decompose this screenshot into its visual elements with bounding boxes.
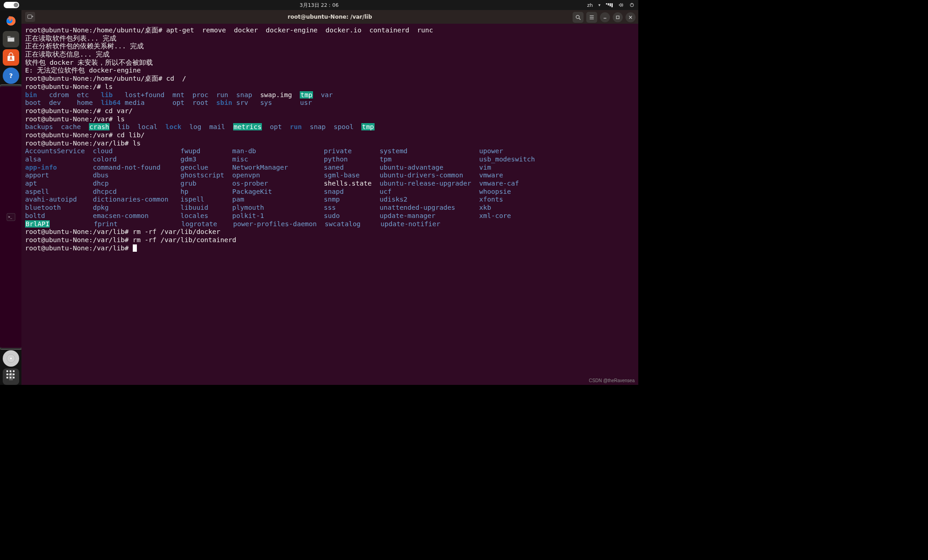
input-method-chevron-icon: ▾ bbox=[598, 3, 600, 7]
terminal-line: aspell dhcpcd hp PackageKit snapd ucf wh… bbox=[25, 188, 635, 196]
activities-area[interactable] bbox=[4, 2, 19, 8]
input-method-indicator[interactable]: zh bbox=[587, 2, 593, 8]
dock-software-icon[interactable]: A bbox=[3, 49, 19, 66]
terminal-line: boot dev home lib64 media opt root sbin … bbox=[25, 99, 635, 107]
terminal-line: app-info command-not-found geoclue Netwo… bbox=[25, 164, 635, 172]
svg-rect-4 bbox=[7, 36, 10, 38]
dock-disc-icon[interactable] bbox=[3, 350, 19, 367]
terminal-line: avahi-autoipd dictionaries-common ispell… bbox=[25, 196, 635, 204]
new-tab-button[interactable] bbox=[25, 12, 35, 22]
power-icon bbox=[629, 2, 635, 8]
terminal-cursor bbox=[133, 244, 137, 252]
terminal-line: root@ubuntu-None:/# ls bbox=[25, 83, 635, 91]
terminal-line: root@ubuntu-None:/var/lib# bbox=[25, 244, 635, 253]
terminal-line: 正在读取软件包列表... 完成 bbox=[25, 35, 635, 43]
dock-help-icon[interactable]: ? bbox=[3, 67, 19, 84]
terminal-line: 软件包 docker 未安装，所以不会被卸载 bbox=[25, 59, 635, 67]
minimize-button[interactable] bbox=[600, 12, 610, 22]
terminal-line: root@ubuntu-None:/var/lib# rm -rf /var/l… bbox=[25, 228, 635, 236]
close-button[interactable] bbox=[626, 12, 636, 22]
watermark: CSDN @theRavensea bbox=[589, 378, 635, 383]
terminal-line: root@ubuntu-None:/var# cd lib/ bbox=[25, 131, 635, 140]
window-titlebar: root@ubuntu-None: /var/lib bbox=[21, 10, 638, 24]
maximize-button[interactable] bbox=[613, 12, 623, 22]
terminal-window: root@ubuntu-None: /var/lib root@ubuntu-N… bbox=[21, 10, 638, 385]
hamburger-menu-button[interactable] bbox=[586, 12, 597, 23]
status-area[interactable]: zh ▾ bbox=[587, 2, 635, 8]
svg-text:?: ? bbox=[9, 72, 12, 79]
terminal-line: 正在读取状态信息... 完成 bbox=[25, 51, 635, 59]
terminal-line: root@ubuntu-None:/var/lib# ls bbox=[25, 140, 635, 148]
window-title: root@ubuntu-None: /var/lib bbox=[288, 14, 372, 20]
dock-files-icon[interactable] bbox=[3, 31, 19, 47]
terminal-line: AccountsService cloud fwupd man-db priva… bbox=[25, 147, 635, 156]
volume-icon bbox=[618, 2, 624, 8]
show-apps-icon[interactable] bbox=[6, 370, 16, 379]
terminal-line: apport dbus ghostscript openvpn sgml-bas… bbox=[25, 171, 635, 180]
svg-rect-16 bbox=[28, 15, 32, 19]
system-top-bar: 3月13日 22：06 zh ▾ bbox=[0, 0, 638, 10]
svg-text:A: A bbox=[9, 57, 12, 61]
terminal-line: BrlAPI fprint logrotate power-profiles-d… bbox=[25, 220, 635, 228]
terminal-viewport[interactable]: root@ubuntu-None:/home/ubuntu/桌面# apt-ge… bbox=[21, 24, 638, 385]
terminal-line: E: 无法定位软件包 docker-engine bbox=[25, 67, 635, 75]
svg-point-13 bbox=[10, 358, 12, 360]
terminal-line: bluetooth dpkg libuuid plymouth sss unat… bbox=[25, 204, 635, 212]
terminal-line: apt dhcp grub os-prober shells.state ubu… bbox=[25, 180, 635, 188]
terminal-line: root@ubuntu-None:/var/lib# rm -rf /var/l… bbox=[25, 236, 635, 244]
terminal-line: root@ubuntu-None:/home/ubuntu/桌面# apt-ge… bbox=[25, 26, 635, 35]
terminal-line: alsa colord gdm3 misc python tpm usb_mod… bbox=[25, 156, 635, 164]
activities-pill[interactable] bbox=[4, 2, 19, 8]
terminal-line: bin cdrom etc lib lost+found mnt proc ru… bbox=[25, 91, 635, 99]
network-icon bbox=[606, 3, 613, 7]
terminal-line: root@ubuntu-None:/# cd var/ bbox=[25, 107, 635, 115]
clock[interactable]: 3月13日 22：06 bbox=[300, 2, 339, 9]
terminal-line: boltd emacsen-common locales polkit-1 su… bbox=[25, 212, 635, 220]
svg-rect-25 bbox=[616, 16, 619, 19]
dock: A ? >_ bbox=[0, 10, 21, 385]
svg-rect-5 bbox=[8, 38, 14, 41]
terminal-line: root@ubuntu-None:/home/ubuntu/桌面# cd / bbox=[25, 75, 635, 83]
terminal-line: root@ubuntu-None:/var# ls bbox=[25, 115, 635, 124]
dock-terminal-icon[interactable]: >_ bbox=[0, 86, 23, 348]
dock-firefox-icon[interactable] bbox=[3, 13, 19, 29]
terminal-line: 正在分析软件包的依赖关系树... 完成 bbox=[25, 42, 635, 51]
terminal-line: backups cache crash lib local lock log m… bbox=[25, 123, 635, 131]
svg-line-20 bbox=[579, 18, 581, 20]
search-button[interactable] bbox=[573, 12, 584, 23]
svg-point-19 bbox=[576, 16, 579, 19]
svg-text:>_: >_ bbox=[8, 215, 12, 219]
